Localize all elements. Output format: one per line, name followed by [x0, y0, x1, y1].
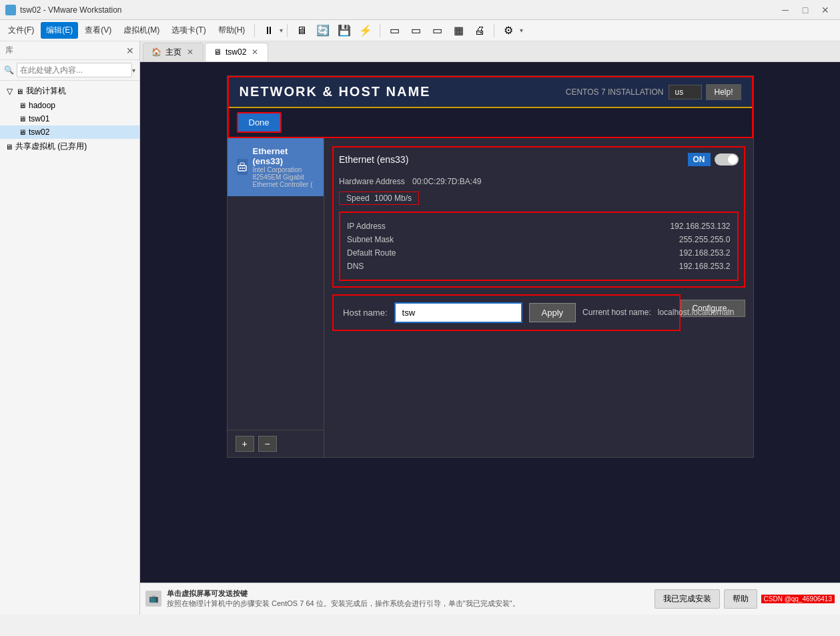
left-spacer: [228, 196, 324, 430]
hostname-input[interactable]: [394, 302, 522, 323]
settings-button[interactable]: ⚙: [498, 22, 518, 39]
network-hostname-dialog: NETWORK & HOST NAME CENTOS 7 INSTALLATIO…: [227, 75, 754, 458]
add-interface-button[interactable]: +: [236, 436, 254, 452]
menu-edit[interactable]: 编辑(E): [41, 22, 78, 39]
screen5-button[interactable]: 🖨: [470, 22, 490, 39]
suspend-button[interactable]: 💾: [334, 22, 354, 39]
tree-item-tsw01[interactable]: 🖥 tsw01: [0, 112, 139, 125]
tree-label-shared: 共享虚拟机 (已弃用): [15, 141, 87, 152]
minimize-button[interactable]: ─: [776, 3, 795, 17]
on-label: ON: [688, 153, 711, 166]
left-buttons: + −: [228, 430, 324, 457]
svg-rect-2: [240, 168, 241, 169]
svg-rect-3: [242, 168, 243, 169]
display-button[interactable]: ▭: [384, 22, 404, 39]
toggle-switch[interactable]: [715, 153, 739, 166]
dns-label: DNS: [347, 262, 364, 271]
tab-tsw02-close[interactable]: ✕: [250, 47, 260, 57]
title-bar: tsw02 - VMware Workstation ─ □ ✕: [0, 0, 840, 20]
menu-file[interactable]: 文件(F): [3, 22, 39, 39]
tree-label-hadoop: hadoop: [29, 101, 55, 110]
subnet-value: 255.255.255.0: [679, 235, 731, 244]
menu-help[interactable]: 帮助(H): [213, 22, 251, 39]
sidebar-close-button[interactable]: ✕: [126, 45, 134, 56]
sep2: [287, 24, 288, 37]
tree-label-my-computer: 我的计算机: [26, 85, 66, 97]
done-button[interactable]: Done: [237, 112, 282, 133]
menu-vm[interactable]: 虚拟机(M): [118, 22, 165, 39]
remove-interface-button[interactable]: −: [258, 436, 277, 452]
sidebar-header: 库 ✕: [0, 41, 139, 60]
computer-icon: 🖥: [16, 87, 23, 95]
screen3-button[interactable]: ▭: [427, 22, 447, 39]
dns-row: DNS 192.168.253.2: [347, 260, 730, 273]
tab-tsw02[interactable]: 🖥 tsw02 ✕: [205, 43, 268, 61]
toggle-group: ON: [688, 153, 739, 166]
dialog-body: Ethernet (ens33) Intel Corporation 82545…: [228, 138, 753, 457]
menu-tabs[interactable]: 选项卡(T): [166, 22, 211, 39]
sidebar-tree: ▽ 🖥 我的计算机 🖥 hadoop 🖥 tsw01 🖥 tsw02 🖥 共享虚…: [0, 81, 139, 615]
route-value: 192.168.253.2: [679, 248, 731, 258]
right-panel: Ethernet (ens33) ON Hardware Address 00:…: [324, 138, 753, 457]
ip-row: IP Address 192.168.253.132: [347, 220, 730, 233]
vm-icon-tsw01: 🖥: [19, 115, 26, 123]
apply-button[interactable]: Apply: [529, 303, 576, 322]
ethernet-name: Ethernet (ens33): [253, 146, 315, 166]
centos-label: CENTOS 7 INSTALLATION: [566, 87, 664, 97]
svg-rect-4: [244, 168, 245, 169]
power-button[interactable]: ⚡: [356, 22, 376, 39]
close-button[interactable]: ✕: [816, 3, 835, 17]
search-dropdown-icon[interactable]: ▾: [132, 67, 135, 74]
tab-bar: 🏠 主页 ✕ 🖥 tsw02 ✕: [140, 41, 840, 62]
tab-tsw02-label: tsw02: [226, 47, 246, 57]
lang-input[interactable]: [669, 85, 702, 99]
screen4-button[interactable]: ▦: [448, 22, 468, 39]
settings-dropdown[interactable]: ▾: [520, 27, 523, 34]
bottom-bar: 📺 单击虚拟屏幕可发送按键 按照在物理计算机中的步骤安装 CentOS 7 64…: [140, 583, 840, 615]
done-btn-area: Done: [229, 108, 752, 137]
maximize-button[interactable]: □: [796, 3, 815, 17]
bottom-text-area: 单击虚拟屏幕可发送按键 按照在物理计算机中的步骤安装 CentOS 7 64 位…: [167, 589, 649, 609]
ethernet-item[interactable]: Ethernet (ens33) Intel Corporation 82545…: [228, 138, 324, 196]
search-input[interactable]: [17, 63, 132, 77]
pause-dropdown[interactable]: ▾: [280, 27, 283, 34]
tree-item-my-computer[interactable]: ▽ 🖥 我的计算机: [0, 83, 139, 99]
revert-button[interactable]: 🔄: [313, 22, 333, 39]
screen2-button[interactable]: ▭: [406, 22, 426, 39]
address-info-box: IP Address 192.168.253.132 Subnet Mask 2…: [339, 212, 738, 281]
sidebar-search-area: 🔍 ▾: [0, 60, 139, 81]
tree-item-tsw02[interactable]: 🖥 tsw02: [0, 125, 139, 139]
dialog-header: NETWORK & HOST NAME CENTOS 7 INSTALLATIO…: [229, 77, 752, 108]
subnet-row: Subnet Mask 255.255.255.0: [347, 233, 730, 246]
tab-home[interactable]: 🏠 主页 ✕: [143, 43, 203, 61]
tab-tsw02-icon: 🖥: [214, 47, 222, 57]
sidebar: 库 ✕ 🔍 ▾ ▽ 🖥 我的计算机 🖥 hadoop 🖥 tsw01 🖥: [0, 41, 140, 615]
finish-install-button[interactable]: 我已完成安装: [655, 589, 720, 609]
hostname-area: Host name: Apply Current host name: loca…: [332, 294, 681, 331]
tree-item-hadoop[interactable]: 🖥 hadoop: [0, 99, 139, 112]
toolbar-separator: [254, 24, 255, 37]
dialog-title: NETWORK & HOST NAME: [240, 84, 431, 99]
pause-button[interactable]: ⏸: [259, 22, 279, 39]
snapshot-button[interactable]: 🖥: [292, 22, 312, 39]
left-panel: Ethernet (ens33) Intel Corporation 82545…: [228, 138, 325, 457]
help-bottom-button[interactable]: 帮助: [724, 589, 757, 609]
tree-item-shared[interactable]: 🖥 共享虚拟机 (已弃用): [0, 139, 139, 154]
help-button[interactable]: Help!: [706, 84, 741, 100]
vm-icon: 📺: [145, 591, 161, 607]
window-title: tsw02 - VMware Workstation: [20, 5, 776, 15]
tab-home-close[interactable]: ✕: [185, 47, 195, 57]
hw-value: 00:0C:29:7D:BA:49: [412, 177, 481, 186]
bottom-desc-text: 按照在物理计算机中的步骤安装 CentOS 7 64 位。安装完成后，操作系统会…: [167, 599, 649, 609]
vm-screen[interactable]: NETWORK & HOST NAME CENTOS 7 INSTALLATIO…: [140, 62, 840, 583]
main-content: 🏠 主页 ✕ 🖥 tsw02 ✕ NETWORK & HOST NAME: [140, 41, 840, 615]
window-controls: ─ □ ✕: [776, 3, 835, 17]
expand-icon: ▽: [5, 87, 13, 96]
header-left: NETWORK & HOST NAME: [240, 84, 431, 99]
menu-view[interactable]: 查看(V): [79, 22, 117, 39]
speed-badge: Speed 1000 Mb/s: [339, 192, 419, 205]
current-hostname-label: Current host name:: [582, 308, 651, 317]
header-right: CENTOS 7 INSTALLATION Help!: [566, 84, 741, 100]
bottom-right: 我已完成安装 帮助 CSDN @qq_46906413: [655, 589, 835, 609]
current-hostname-value: localhost.localdomain: [658, 308, 735, 317]
